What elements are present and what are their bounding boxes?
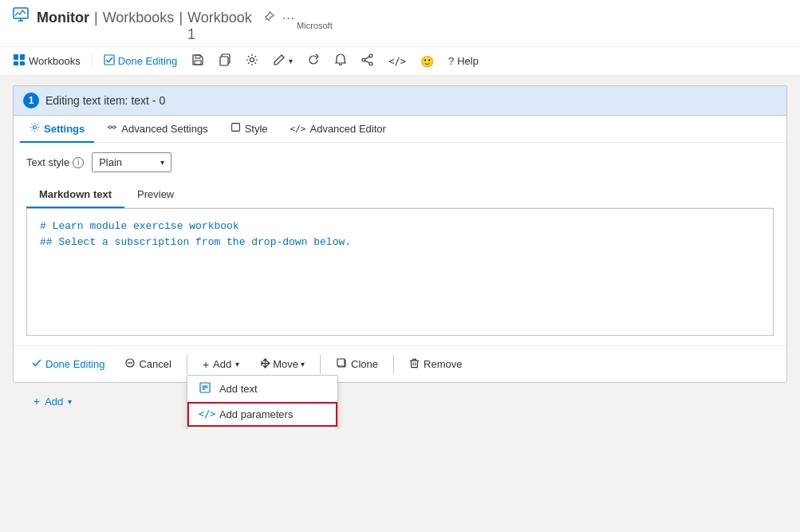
clone-icon xyxy=(336,357,347,371)
move-caret-icon: ▾ xyxy=(301,360,305,368)
pin-icon[interactable] xyxy=(263,11,274,25)
svg-rect-8 xyxy=(104,55,114,65)
emoji-button[interactable]: 🙂 xyxy=(414,52,440,71)
svg-point-21 xyxy=(33,125,36,128)
action-divider-3 xyxy=(393,355,394,374)
sub-tabs: Markdown text Preview xyxy=(26,182,774,208)
menu-item-add-text[interactable]: Add text xyxy=(187,376,337,402)
app-name: Monitor xyxy=(37,10,89,26)
text-style-row: Text style i Plain ▾ xyxy=(26,152,774,172)
refresh-button[interactable] xyxy=(301,50,326,72)
cancel-icon xyxy=(125,358,135,370)
svg-point-18 xyxy=(362,58,365,61)
save-icon xyxy=(191,53,204,69)
share-button[interactable] xyxy=(355,50,380,72)
tab-advanced-settings[interactable]: Advanced Settings xyxy=(97,116,217,143)
done-editing-button[interactable]: Done Editing xyxy=(97,51,183,71)
code-line-1: # Learn module exercise workbook xyxy=(40,219,760,234)
title-bar: Monitor | Workbooks | Workbook 1 ··· Mic… xyxy=(0,0,800,47)
svg-rect-7 xyxy=(20,61,25,65)
settings-button[interactable] xyxy=(239,50,265,72)
org-name: Microsoft xyxy=(295,21,787,30)
code-icon: </> xyxy=(388,56,406,67)
title-workbooks[interactable]: Workbooks xyxy=(103,10,175,26)
save-button[interactable] xyxy=(185,50,211,72)
tab-settings[interactable]: Settings xyxy=(20,116,94,143)
bell-icon xyxy=(334,53,347,69)
code-button[interactable]: </> xyxy=(382,53,412,70)
adv-editor-tab-icon: </> xyxy=(290,124,306,134)
help-icon: ? xyxy=(448,55,454,67)
edit-panel: 1 Editing text item: text - 0 Settings xyxy=(13,85,787,383)
tab-style[interactable]: Style xyxy=(221,116,278,143)
svg-point-23 xyxy=(113,126,116,128)
edit-icon xyxy=(273,53,286,69)
monitor-icon xyxy=(13,6,29,26)
dropdown-caret: ▾ xyxy=(160,158,164,167)
svg-rect-5 xyxy=(20,54,25,60)
settings-body: Text style i Plain ▾ Markdown text Previ… xyxy=(14,143,786,345)
subtab-preview[interactable]: Preview xyxy=(124,182,187,208)
code-editor[interactable]: # Learn module exercise workbook ## Sele… xyxy=(26,208,774,336)
edit-header-number: 1 xyxy=(23,93,39,108)
tab-advanced-editor-label: Advanced Editor xyxy=(309,123,385,135)
add-text-icon xyxy=(199,382,211,396)
tab-advanced-settings-label: Advanced Settings xyxy=(121,123,207,135)
svg-line-3 xyxy=(265,18,267,21)
copy-icon xyxy=(219,53,231,69)
copy-button[interactable] xyxy=(212,50,238,72)
footer-bar: + Add ▾ xyxy=(13,383,787,420)
help-button[interactable]: ? Help xyxy=(442,52,485,70)
clone-button[interactable]: Clone xyxy=(327,353,387,376)
text-style-dropdown[interactable]: Plain ▾ xyxy=(92,152,171,172)
text-style-label: Text style i xyxy=(26,156,84,168)
style-tab-icon xyxy=(231,122,241,135)
svg-line-19 xyxy=(365,57,369,59)
svg-rect-27 xyxy=(231,124,239,132)
svg-line-10 xyxy=(108,57,112,62)
workbooks-button[interactable]: Workbooks xyxy=(6,50,87,72)
footer-add-icon: + xyxy=(33,395,40,408)
remove-icon xyxy=(409,358,420,371)
toolbar: Workbooks Done Editing xyxy=(0,47,800,76)
svg-point-22 xyxy=(109,126,112,128)
settings-tab-icon xyxy=(30,122,40,135)
adv-settings-tab-icon xyxy=(107,122,117,135)
bell-button[interactable] xyxy=(328,50,353,72)
more-icon[interactable]: ··· xyxy=(282,11,295,26)
main-content: 1 Editing text item: text - 0 Settings xyxy=(0,76,800,429)
menu-item-add-links[interactable]: Add links/tabs xyxy=(187,427,337,430)
move-button[interactable]: Move ▾ xyxy=(251,353,313,376)
add-dropdown-menu: Add text </> Add parameters xyxy=(187,375,338,430)
edit-button[interactable]: ▾ xyxy=(266,50,299,72)
add-dropdown-button[interactable]: + Add ▾ Add text xyxy=(194,353,248,376)
subtab-markdown[interactable]: Markdown text xyxy=(26,182,124,208)
move-icon xyxy=(260,358,270,371)
done-editing-label: Done Editing xyxy=(118,55,177,67)
share-icon xyxy=(361,53,374,69)
add-caret-icon: ▾ xyxy=(235,360,239,368)
settings-icon xyxy=(246,53,258,69)
done-editing-icon xyxy=(104,54,115,68)
tab-advanced-editor[interactable]: </> Advanced Editor xyxy=(281,116,396,143)
workbooks-label: Workbooks xyxy=(29,55,81,67)
svg-rect-12 xyxy=(195,61,201,65)
svg-point-17 xyxy=(369,62,372,65)
toolbar-divider-1 xyxy=(92,53,93,69)
cancel-button[interactable]: Cancel xyxy=(116,353,179,375)
menu-item-add-parameters[interactable]: </> Add parameters xyxy=(187,402,337,427)
workbooks-icon xyxy=(13,53,26,69)
title-workbook1[interactable]: Workbook 1 xyxy=(187,10,252,43)
footer-add-caret-icon: ▾ xyxy=(68,397,72,406)
add-parameters-icon: </> xyxy=(199,408,211,420)
action-divider-1 xyxy=(187,355,187,374)
emoji-icon: 🙂 xyxy=(420,55,434,68)
footer-add-button[interactable]: + Add ▾ xyxy=(26,391,80,412)
text-style-info-icon[interactable]: i xyxy=(73,157,84,168)
remove-button[interactable]: Remove xyxy=(400,353,471,376)
code-line-2: ## Select a subscription from the drop-d… xyxy=(40,234,760,250)
edit-caret[interactable]: ▾ xyxy=(289,57,293,65)
done-editing-action-button[interactable]: Done Editing xyxy=(23,353,113,375)
edit-header-title: Editing text item: text - 0 xyxy=(45,94,165,107)
add-text-label: Add text xyxy=(219,383,258,395)
